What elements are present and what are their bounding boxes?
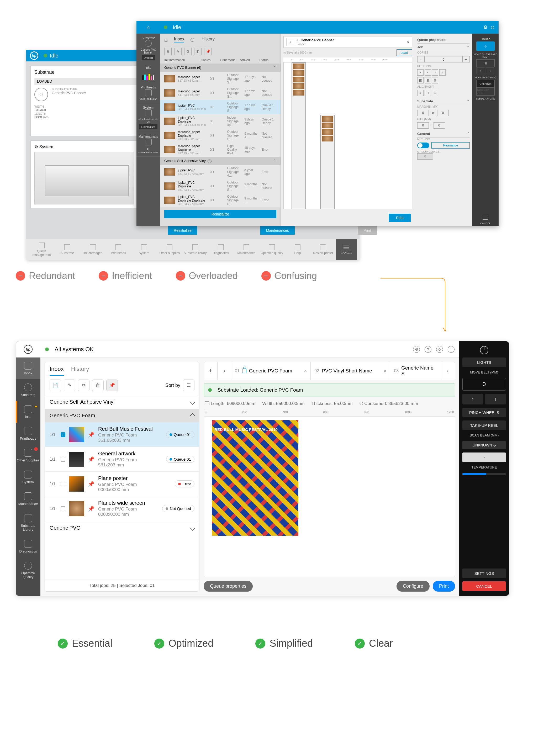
configure-button[interactable]: Configure — [396, 581, 430, 592]
checkbox[interactable] — [61, 506, 65, 511]
footer-item[interactable]: Help — [285, 244, 311, 255]
footer-item[interactable]: Printheads — [106, 244, 131, 255]
job-row[interactable]: jupiter_PVC Duplicate Duplicate381.23 x … — [160, 193, 281, 207]
nav-printheads[interactable]: Printheads Check and clean — [136, 83, 160, 103]
arrow-down-button[interactable]: ↓ — [485, 394, 506, 405]
tab-inbox[interactable]: Inbox — [50, 366, 64, 376]
pin-icon[interactable]: 📌 — [106, 379, 118, 391]
face-icon[interactable]: ☺ — [490, 25, 495, 30]
copies-stepper[interactable]: -5+ — [417, 56, 470, 62]
gear-icon[interactable]: ⚙ — [413, 346, 420, 353]
tab-history[interactable]: History — [202, 37, 215, 43]
prev-tab-button[interactable]: ‹ — [441, 362, 455, 380]
reinitialize-button[interactable]: Reinitialize — [164, 210, 276, 218]
job-row[interactable]: mercurio_paper817.23 x 581 mm 0/1Outdoor… — [160, 86, 281, 100]
move-substrate-input[interactable]: ⊟ — [476, 59, 495, 67]
nav-inks[interactable]: Inks — [136, 63, 160, 83]
add-file-icon[interactable]: 📄 — [50, 379, 61, 391]
sliders-icon[interactable] — [483, 216, 488, 220]
cancel-block[interactable]: CANCEL — [336, 240, 357, 260]
footer-item[interactable]: Ink cartridges — [80, 244, 106, 255]
add-icon[interactable]: ⊕ — [164, 48, 172, 55]
arrow-up-button[interactable]: ↑ — [462, 394, 483, 405]
close-icon[interactable]: × — [384, 368, 387, 374]
add-button[interactable]: + — [286, 38, 294, 46]
group-foam[interactable]: Generic PVC Foam — [45, 409, 199, 422]
pin-icon[interactable]: 📌 — [204, 48, 212, 55]
group-pvc[interactable]: Generic PVC — [45, 521, 199, 535]
sidebar-item-maintenance[interactable]: Maintenance — [16, 488, 41, 510]
sidebar-item-printheads[interactable]: Printheads — [16, 423, 41, 444]
queue-props-button[interactable]: Queue properties — [204, 581, 253, 592]
group-vinyl[interactable]: Generic Self-Adhesive Vinyl — [45, 395, 199, 409]
edit-icon[interactable]: ✎ — [64, 379, 75, 391]
print-button[interactable]: Print — [433, 581, 455, 592]
sidebar-item-inbox[interactable]: Inbox — [16, 358, 41, 379]
list-group[interactable]: Generic Self-Adhesive Vinyl (3)⌃ — [160, 157, 281, 165]
belt-value[interactable]: 0 — [462, 378, 506, 390]
checkbox[interactable] — [61, 482, 65, 486]
trash-icon[interactable]: 🗑 — [194, 48, 202, 55]
job-row[interactable]: 1/1 📌 Plane posterGeneric PVC Foam0000x0… — [45, 472, 199, 496]
sidebar-item-system[interactable]: System — [16, 466, 41, 488]
trash-icon[interactable]: 🗑 — [92, 379, 104, 391]
job-row[interactable]: 1/1 📌 Red Bull Music FestivalGeneric PVC… — [45, 422, 199, 447]
substrate-tab[interactable]: 03 Generic Name S — [390, 362, 441, 380]
nav-substrate[interactable]: Substrate Generic PVC Banner Unload — [136, 34, 160, 63]
checkbox[interactable] — [61, 432, 65, 437]
footer-item[interactable]: Diagnostics — [208, 244, 234, 255]
lights-button[interactable]: ◎ — [476, 42, 495, 51]
reinitialize-button[interactable]: Reinitialize — [139, 124, 157, 129]
lights-button[interactable]: LIGHTS — [462, 358, 506, 367]
job-row[interactable]: mercurio_paper Duplicate817.23 x 581 mm … — [160, 143, 281, 157]
gear-icon[interactable]: ⚙ — [483, 24, 488, 30]
job-row[interactable]: 1/1 📌 Planets wide screenGeneric PVC Foa… — [45, 496, 199, 521]
rearrange-button[interactable]: Rearrange — [432, 142, 470, 149]
job-row[interactable]: jupiter_PVC Duplicate381.23 x 270.03 mm … — [160, 179, 281, 193]
nav-system[interactable]: System All subsystems are OK Reinitializ… — [136, 103, 160, 132]
scan-beam-select[interactable]: UNKNOWN — [462, 441, 506, 449]
substrate-tab[interactable]: 02 PVC Vinyl Short Name × — [311, 362, 390, 380]
copy-icon[interactable]: ⧉ — [184, 48, 191, 55]
footer-item[interactable]: Optimize quality — [259, 244, 285, 255]
footer-item[interactable]: Substrate library — [182, 244, 208, 255]
job-row[interactable]: jupiter_PVC381.23 x 270.03 mm 0/1Outdoor… — [160, 165, 281, 179]
job-row[interactable]: jupiter_PVC381.23 x 1934.87 mm 0/5Outdoo… — [160, 100, 281, 114]
power-icon[interactable] — [480, 346, 488, 354]
reinitialize-button[interactable]: Reinitialize — [168, 226, 197, 235]
cancel-button[interactable]: CANCEL — [462, 581, 506, 591]
footer-item[interactable]: Maintenance — [233, 244, 259, 255]
home-button[interactable]: ⌂ — [136, 21, 160, 34]
preview-canvas[interactable] — [283, 62, 412, 209]
copy-icon[interactable]: ⧉ — [78, 379, 90, 391]
job-row[interactable]: 1/1 📌 General artworkGeneric PVC Foam561… — [45, 447, 199, 472]
sidebar-item-library[interactable]: Substrate Library — [16, 510, 41, 536]
close-icon[interactable]: × — [407, 40, 409, 44]
settings-button[interactable]: SETTINGS — [462, 569, 506, 578]
job-row[interactable]: mercurio_paper817.23 x 581 mm 0/1Outdoor… — [160, 72, 281, 86]
face-icon[interactable]: ☺ — [436, 346, 443, 353]
sort-icon[interactable]: ☰ — [183, 379, 194, 391]
takeup-reel-button[interactable]: TAKE-UP REEL — [462, 420, 506, 430]
footer-item[interactable]: Substrate — [55, 244, 80, 255]
job-row[interactable]: mercurio_paper Duplicate817.23 x 581 mm … — [160, 128, 281, 143]
arrow-down-button[interactable]: ↓ — [486, 67, 494, 74]
load-button[interactable]: Load — [396, 49, 412, 56]
close-icon[interactable]: × — [304, 368, 307, 374]
info-icon[interactable]: i — [448, 346, 454, 353]
sidebar-item-supplies[interactable]: Other Supplies — [16, 444, 41, 466]
footer-item[interactable]: Restart printer — [311, 244, 336, 255]
sidebar-item-optimize[interactable]: Optimize Quality — [16, 558, 41, 583]
tab-history[interactable]: History — [71, 366, 89, 376]
sidebar-item-diagnostics[interactable]: Diagnostics — [16, 536, 41, 558]
sort-by[interactable]: Sort by ☰ — [165, 379, 194, 391]
scan-beam-select[interactable]: Unknown — [476, 80, 495, 88]
sidebar-item-inks[interactable]: Inks — [16, 401, 41, 423]
maintenances-button[interactable]: Maintenances — [260, 226, 295, 235]
checkbox[interactable] — [61, 457, 65, 462]
list-group[interactable]: Generic PVC Banner (6)⌃ — [160, 63, 281, 72]
arrow-up-button[interactable]: ↑ — [477, 67, 485, 74]
substrate-tab[interactable]: 01 Generic PVC Foam × — [231, 362, 311, 380]
nesting-toggle[interactable] — [417, 143, 429, 148]
job-row[interactable]: jupiter_PVC Duplicate381.23 x 1394.87 mm… — [160, 114, 281, 128]
